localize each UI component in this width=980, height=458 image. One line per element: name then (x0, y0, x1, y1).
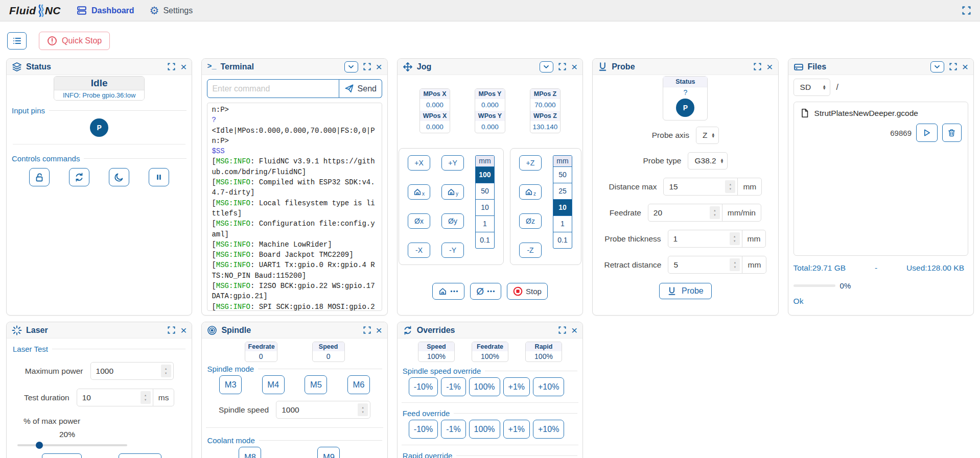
spindle-mode-button[interactable]: M4 (262, 375, 285, 394)
override-button[interactable]: -10% (409, 420, 438, 439)
home-x-button[interactable]: x (408, 184, 430, 200)
override-button[interactable]: -1% (441, 420, 465, 439)
laser-action-button[interactable] (42, 453, 82, 458)
jog-distance-option[interactable]: 25 (553, 183, 572, 200)
home-z-button[interactable]: z (519, 184, 542, 200)
tab-dashboard[interactable]: Dashboard (76, 5, 134, 16)
restart-button[interactable] (69, 168, 89, 186)
collapse-button[interactable] (344, 61, 358, 73)
file-row[interactable]: StrutPlatesNewDeeper.gcode (800, 108, 962, 118)
jog-distance-option[interactable]: 1 (476, 216, 494, 232)
overrides-panel-title: Overrides (417, 326, 455, 335)
close-icon[interactable]: × (376, 325, 382, 335)
laser-power-slider[interactable] (17, 444, 127, 446)
jog-plus-x-button[interactable]: +X (408, 155, 430, 171)
collapse-button[interactable] (930, 61, 944, 73)
laser-panel-title: Laser (26, 326, 48, 335)
spinner-icon[interactable]: ▴▾ (730, 258, 740, 271)
expand-icon[interactable] (558, 63, 566, 70)
jog-distance-option[interactable]: 100 (476, 167, 494, 183)
spinner-icon[interactable]: ▴▾ (730, 232, 740, 245)
delete-file-button[interactable] (942, 124, 962, 142)
jog-minus-x-button[interactable]: -X (408, 243, 430, 258)
home-y-button[interactable]: y (441, 184, 464, 200)
restart-icon (74, 172, 84, 182)
zero-z-button[interactable]: Øz (519, 213, 542, 229)
expand-icon[interactable] (168, 63, 175, 70)
spindle-mode-button[interactable]: M5 (305, 375, 327, 394)
coolant-mode-button[interactable]: M8 (239, 447, 261, 458)
close-icon[interactable]: × (180, 325, 186, 335)
jog-distance-option[interactable]: 10 (476, 200, 494, 216)
expand-icon[interactable] (363, 63, 371, 70)
jog-plus-z-button[interactable]: +Z (519, 155, 542, 171)
expand-icon[interactable] (558, 326, 566, 334)
jog-distance-option[interactable]: 50 (553, 167, 572, 183)
jog-plus-y-button[interactable]: +Y (441, 155, 464, 171)
jog-minus-y-button[interactable]: -Y (441, 243, 464, 258)
spindle-speed-input[interactable] (276, 401, 370, 418)
pause-button[interactable] (149, 168, 169, 186)
send-button[interactable]: Send (339, 79, 382, 98)
override-button[interactable]: +1% (503, 377, 530, 396)
spinner-icon[interactable]: ▴▾ (358, 403, 368, 416)
jog-distance-option[interactable]: 0.1 (476, 232, 494, 248)
panels-menu-button[interactable] (7, 32, 27, 50)
field-label: Test duration (24, 393, 69, 402)
close-icon[interactable]: × (571, 61, 577, 72)
field-label: Retract distance (604, 260, 661, 270)
fullscreen-button[interactable] (962, 6, 971, 15)
laser-action-button[interactable] (119, 453, 161, 458)
close-icon[interactable]: × (766, 61, 773, 72)
jog-distance-option[interactable]: 0.1 (553, 232, 572, 248)
tab-settings[interactable]: ⚙ Settings (150, 5, 193, 16)
expand-icon[interactable] (949, 63, 957, 70)
select-arrows-icon: ▴▾ (712, 133, 714, 138)
zero-all-button[interactable]: Ø (470, 283, 501, 300)
close-icon[interactable]: × (571, 325, 577, 335)
spindle-mode-button[interactable]: M3 (219, 375, 242, 394)
probe-start-button[interactable]: Probe (659, 283, 712, 299)
file-source-select[interactable]: SD ▴▾ (794, 79, 830, 96)
override-button[interactable]: +10% (533, 420, 564, 439)
expand-icon[interactable] (363, 326, 371, 334)
zero-y-button[interactable]: Øy (441, 213, 464, 229)
jog-distance-option[interactable]: 50 (476, 183, 494, 200)
override-button[interactable]: 100% (469, 377, 500, 396)
close-icon[interactable]: × (962, 61, 968, 72)
override-button[interactable]: -1% (441, 377, 465, 396)
zero-x-button[interactable]: Øx (408, 213, 430, 229)
expand-icon[interactable] (754, 63, 761, 70)
spinner-icon[interactable]: ▴▾ (161, 365, 171, 377)
probe-type-select[interactable]: G38.2 ▴▾ (688, 152, 728, 170)
probe-axis-select[interactable]: Z ▴▾ (696, 127, 719, 144)
quick-stop-button[interactable]: Quick Stop (39, 32, 110, 50)
divider (402, 445, 578, 445)
jog-minus-z-button[interactable]: -Z (519, 243, 542, 258)
home-all-button[interactable] (432, 283, 464, 300)
run-file-button[interactable] (916, 124, 938, 142)
override-button[interactable]: -10% (409, 377, 438, 396)
spindle-mode-button[interactable]: M6 (347, 375, 370, 394)
override-button[interactable]: +10% (533, 377, 564, 396)
override-button[interactable]: 100% (469, 420, 500, 439)
terminal-output[interactable]: n:P> ? <Idle|MPos:0.000,0.000,70.000|FS:… (207, 103, 382, 311)
collapse-button[interactable] (540, 61, 553, 73)
spinner-icon[interactable]: ▴▾ (141, 391, 151, 404)
close-icon[interactable]: × (180, 61, 186, 72)
unlock-button[interactable] (29, 168, 50, 186)
status-panel: Status × Idle INFO: Probe gpio.36:low In… (6, 58, 192, 316)
expand-icon[interactable] (168, 326, 175, 334)
sleep-button[interactable] (109, 168, 129, 186)
jog-distance-option[interactable]: 1 (553, 216, 572, 232)
laser-power-slider-thumb[interactable] (36, 442, 43, 449)
coolant-mode-button[interactable]: M9 (317, 447, 340, 458)
close-icon[interactable]: × (376, 61, 382, 72)
override-button[interactable]: +1% (503, 420, 530, 439)
jog-distance-option[interactable]: 10 (553, 200, 572, 216)
command-input[interactable] (207, 79, 339, 98)
jog-stop-button[interactable]: Stop (507, 283, 548, 300)
spinner-icon[interactable]: ▴▾ (725, 180, 735, 193)
jog-footer: Ø Stop (398, 283, 582, 300)
spinner-icon[interactable]: ▴▾ (710, 206, 720, 219)
